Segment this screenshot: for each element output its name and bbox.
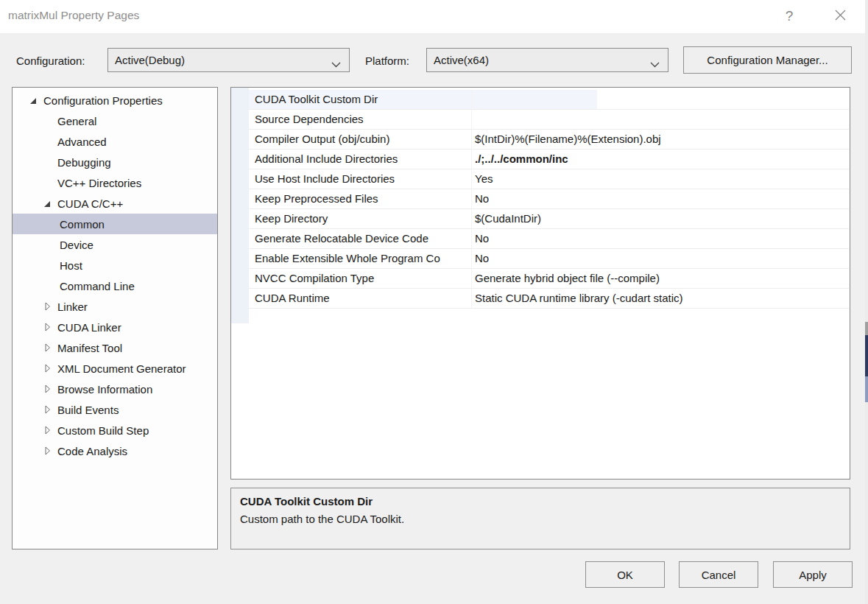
tree-item-label: Device [60,239,93,251]
ok-button-label: OK [617,569,633,581]
help-button[interactable]: ? [777,4,802,28]
chevron-down-icon [650,57,660,70]
tree-item-custom-build-step[interactable]: Custom Build Step [13,420,217,440]
collapsed-icon[interactable] [43,384,57,394]
property-grid-gutter [231,88,249,323]
configuration-value: Active(Debug) [115,54,185,66]
configuration-label: Configuration: [16,55,85,67]
tree-item-label: VC++ Directories [57,177,141,189]
tree-item-label: Build Events [57,404,119,416]
tree-item-configuration-properties[interactable]: Configuration Properties [13,90,217,110]
tree-item-label: Common [60,218,105,231]
tree-item-manifest-tool[interactable]: Manifest Tool [13,337,217,358]
collapsed-icon[interactable] [43,322,57,332]
tree-item-command-line[interactable]: Command Line [13,275,217,296]
property-row-generate-relocatable-device-code[interactable]: Generate Relocatable Device Code No [249,229,849,249]
property-row-cuda-toolkit-custom-dir[interactable]: CUDA Toolkit Custom Dir [249,90,849,110]
tree-item-label: Advanced [57,136,107,148]
collapsed-icon[interactable] [43,446,57,456]
property-row-compiler-output[interactable]: Compiler Output (obj/cubin) $(IntDir)%(F… [249,130,849,150]
property-pages-dialog: matrixMul Property Pages ? Configuration… [0,0,868,604]
platform-select[interactable]: Active(x64) [426,48,668,72]
property-name: Compiler Output (obj/cubin) [249,130,472,149]
tree-item-label: Debugging [57,156,111,169]
property-value[interactable]: No [472,229,849,248]
background-scrollbar-thumb [865,335,868,376]
tree-item-common[interactable]: Common [13,214,217,234]
tree-item-label: Manifest Tool [57,342,122,354]
property-value[interactable]: Yes [472,169,849,189]
tree-item-cuda-c-cpp[interactable]: CUDA C/C++ [13,193,217,214]
cancel-button-label: Cancel [702,569,736,581]
property-value[interactable] [472,110,849,129]
tree-item-label: CUDA C/C++ [57,197,123,210]
expanded-icon[interactable] [43,199,57,208]
property-row-additional-include-directories[interactable]: Additional Include Directories ./;../../… [249,150,849,169]
property-grid: CUDA Toolkit Custom Dir Source Dependenc… [230,87,850,480]
tree-item-device[interactable]: Device [13,234,217,255]
property-name: Enable Extensible Whole Program Co [249,249,472,268]
property-row-source-dependencies[interactable]: Source Dependencies [249,110,849,130]
tree-item-linker[interactable]: Linker [13,296,217,317]
window-title: matrixMul Property Pages [8,9,139,22]
expanded-icon[interactable] [29,96,43,105]
collapsed-icon[interactable] [43,404,57,415]
property-value[interactable]: Generate hybrid object file (--compile) [472,269,849,288]
tree-item-build-events[interactable]: Build Events [13,399,217,420]
apply-button-label: Apply [799,569,827,581]
collapsed-icon[interactable] [43,363,57,373]
tree-item-label: XML Document Generator [57,362,186,375]
property-name: NVCC Compilation Type [249,269,472,288]
collapsed-icon[interactable] [43,343,57,353]
property-value[interactable]: Static CUDA runtime library (-cudart sta… [472,289,849,308]
property-row-nvcc-compilation-type[interactable]: NVCC Compilation Type Generate hybrid ob… [249,269,849,289]
property-grid-rows: CUDA Toolkit Custom Dir Source Dependenc… [249,90,849,309]
description-text: Custom path to the CUDA Toolkit. [240,513,841,525]
property-row-cuda-runtime[interactable]: CUDA Runtime Static CUDA runtime library… [249,289,849,309]
tree-item-browse-information[interactable]: Browse Information [13,379,217,399]
property-value[interactable]: ./;../../common/inc [472,150,849,169]
property-name: Keep Directory [249,209,472,228]
cancel-button[interactable]: Cancel [679,561,758,588]
collapsed-icon[interactable] [43,425,57,435]
property-row-use-host-include-directories[interactable]: Use Host Include Directories Yes [249,169,849,189]
property-name: CUDA Toolkit Custom Dir [249,90,472,109]
property-row-enable-extensible-whole-program[interactable]: Enable Extensible Whole Program Co No [249,249,849,269]
tree-item-general[interactable]: General [13,110,217,131]
collapsed-icon[interactable] [43,301,57,312]
tree-item-label: CUDA Linker [57,321,121,334]
tree-item-label: Code Analysis [57,445,127,457]
tree-item-advanced[interactable]: Advanced [13,131,217,152]
property-name: CUDA Runtime [249,289,472,308]
tree-item-debugging[interactable]: Debugging [13,152,217,172]
description-title: CUDA Toolkit Custom Dir [240,495,841,508]
property-name: Source Dependencies [249,110,472,129]
ok-button[interactable]: OK [585,561,665,588]
property-name: Keep Preprocessed Files [249,189,472,208]
property-value[interactable]: No [472,249,849,268]
tree-item-cuda-linker[interactable]: CUDA Linker [13,317,217,337]
configuration-select[interactable]: Active(Debug) [107,48,350,72]
tree-item-label: Configuration Properties [43,94,163,107]
property-value[interactable]: $(IntDir)%(Filename)%(Extension).obj [472,130,849,149]
tree-item-label: Browse Information [57,383,152,396]
property-value[interactable]: $(CudaIntDir) [472,209,849,228]
background-scrollbar-thumb-light [865,376,868,402]
tree-item-vcpp-directories[interactable]: VC++ Directories [13,172,217,193]
tree-item-code-analysis[interactable]: Code Analysis [13,440,217,461]
tree-item-xml-document-generator[interactable]: XML Document Generator [13,358,217,379]
property-row-keep-preprocessed-files[interactable]: Keep Preprocessed Files No [249,189,849,209]
property-value[interactable] [472,90,849,109]
chevron-down-icon [331,57,341,70]
configuration-manager-button[interactable]: Configuration Manager... [683,46,852,74]
close-button[interactable] [828,4,853,28]
configuration-manager-label: Configuration Manager... [707,54,828,66]
tree-item-host[interactable]: Host [13,255,217,275]
title-bar: matrixMul Property Pages ? [0,0,868,33]
tree-item-label: Host [60,259,82,272]
property-value[interactable]: No [472,189,849,208]
property-name: Use Host Include Directories [249,169,472,189]
property-name: Additional Include Directories [249,150,472,169]
apply-button[interactable]: Apply [773,561,853,588]
property-row-keep-directory[interactable]: Keep Directory $(CudaIntDir) [249,209,849,229]
